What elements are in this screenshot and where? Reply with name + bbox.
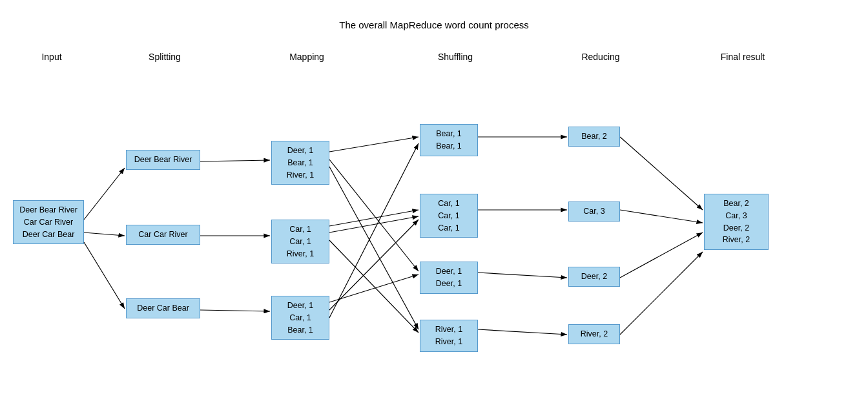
box-shuffle2: Car, 1Car, 1Car, 1 — [420, 194, 478, 238]
svg-line-13 — [329, 274, 418, 302]
label-mapping: Mapping — [271, 52, 342, 62]
svg-line-23 — [620, 252, 703, 335]
box-input: Deer Bear RiverCar Car RiverDeer Car Bea… — [13, 200, 84, 244]
box-shuffle1: Bear, 1Bear, 1 — [420, 124, 478, 156]
diagram: The overall MapReduce word count process… — [0, 0, 868, 403]
box-split1: Deer Bear River — [126, 150, 200, 170]
svg-line-7 — [329, 137, 418, 152]
box-shuffle3: Deer, 1Deer, 1 — [420, 262, 478, 294]
svg-line-10 — [329, 210, 418, 226]
svg-line-3 — [84, 242, 125, 309]
svg-line-6 — [200, 310, 270, 311]
label-reducing: Reducing — [568, 52, 633, 62]
svg-line-1 — [84, 168, 125, 220]
svg-line-11 — [329, 216, 418, 232]
box-split3: Deer Car Bear — [126, 298, 200, 318]
label-input: Input — [19, 52, 84, 62]
box-reduce3: Deer, 2 — [568, 267, 620, 287]
svg-line-22 — [620, 232, 703, 278]
svg-line-18 — [478, 273, 567, 278]
diagram-title: The overall MapReduce word count process — [0, 19, 868, 30]
svg-line-15 — [329, 143, 418, 318]
box-reduce2: Car, 3 — [568, 202, 620, 222]
box-reduce1: Bear, 2 — [568, 127, 620, 147]
svg-line-21 — [620, 210, 703, 223]
svg-line-2 — [84, 232, 125, 236]
box-final: Bear, 2Car, 3Deer, 2River, 2 — [704, 194, 769, 250]
label-shuffling: Shuffling — [420, 52, 491, 62]
box-map3: Deer, 1Car, 1Bear, 1 — [271, 296, 329, 340]
svg-line-20 — [620, 137, 703, 210]
label-final: Final result — [704, 52, 781, 62]
box-reduce4: River, 2 — [568, 324, 620, 344]
svg-line-19 — [478, 329, 567, 335]
svg-line-4 — [200, 160, 270, 161]
svg-line-14 — [329, 220, 418, 310]
svg-line-9 — [329, 160, 418, 271]
box-split2: Car Car River — [126, 225, 200, 245]
box-shuffle4: River, 1River, 1 — [420, 320, 478, 352]
svg-line-8 — [329, 167, 418, 329]
box-map1: Deer, 1Bear, 1River, 1 — [271, 141, 329, 185]
box-map2: Car, 1Car, 1River, 1 — [271, 220, 329, 264]
label-splitting: Splitting — [126, 52, 203, 62]
svg-line-12 — [329, 240, 418, 333]
